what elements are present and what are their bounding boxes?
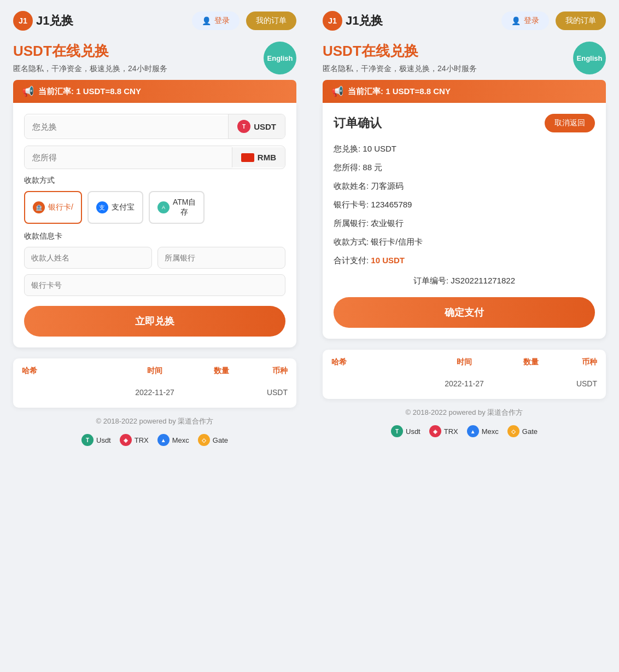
rmb-tag: RMB xyxy=(232,147,285,167)
right-footer-copy: © 2018-2022 powered by 渠道合作方 xyxy=(323,408,606,418)
pm-atm-button[interactable]: A ATM自存 xyxy=(149,191,205,224)
cn-flag xyxy=(241,153,254,162)
right-logo-text: J1兑换 xyxy=(346,13,383,29)
receive-input[interactable] xyxy=(25,146,232,169)
left-tx-table: 哈希 时间 数量 币种 2022-11-27 USDT xyxy=(13,358,296,408)
login-icon: 👤 xyxy=(202,16,211,25)
atm-icon: A xyxy=(157,201,170,213)
left-hero: USDT在线兑换 匿名隐私，干净资金，极速兑换，24小时服务 English xyxy=(13,42,296,74)
logo-text: J1兑换 xyxy=(36,13,73,29)
left-english-button[interactable]: English xyxy=(264,42,296,74)
pm-alipay-button[interactable]: 支 支付宝 xyxy=(87,191,143,224)
right-rate-icon: 📢 xyxy=(331,85,343,97)
order-detail-cardno: 银行卡号: 123465789 xyxy=(334,198,595,211)
submit-button[interactable]: 立即兑换 xyxy=(24,306,285,337)
right-rate-text: 当前汇率: 1 USDT=8.8 CNY xyxy=(348,86,451,97)
right-coin-usdt: T Usdt xyxy=(391,425,421,437)
right-english-button[interactable]: English xyxy=(573,42,606,74)
col-currency-header: 币种 xyxy=(243,366,288,376)
left-header: J1 J1兑换 👤 登录 我的订单 xyxy=(13,11,296,31)
confirm-pay-button[interactable]: 确定支付 xyxy=(334,297,595,328)
col-hash-header: 哈希 xyxy=(22,366,110,376)
right-title: USDT在线兑换 xyxy=(323,42,568,61)
col-qty-header: 数量 xyxy=(199,366,243,376)
left-hero-text: USDT在线兑换 匿名隐私，干净资金，极速兑换，24小时服务 xyxy=(13,42,258,74)
left-login-button[interactable]: 👤 登录 xyxy=(192,11,240,30)
right-tx-row: 2022-11-27 USDT xyxy=(331,376,597,391)
trx-coin-icon: ◈ xyxy=(120,434,132,446)
order-number: 订单编号: JS202211271822 xyxy=(334,276,595,286)
order-title: 订单确认 xyxy=(334,115,382,131)
right-myorder-button[interactable]: 我的订单 xyxy=(556,11,606,30)
sub-label: 收款信息卡 xyxy=(24,231,285,241)
right-coin-trx: ◈ TRX xyxy=(429,425,458,437)
left-rate-bar: 📢 当前汇率: 1 USDT=8.8 CNY xyxy=(13,80,296,103)
name-input[interactable] xyxy=(24,247,152,269)
left-main-card: T USDT RMB 收款方式 🏦 银行卡/ xyxy=(13,103,296,347)
pm-bank-button[interactable]: 🏦 银行卡/ xyxy=(24,191,82,224)
order-header: 订单确认 取消返回 xyxy=(334,114,595,132)
right-tx-table: 哈希 时间 数量 币种 2022-11-27 USDT xyxy=(323,350,606,399)
payment-methods: 🏦 银行卡/ 支 支付宝 A ATM自存 xyxy=(24,191,285,224)
gate-coin-icon: ◇ xyxy=(198,434,210,446)
left-panel: J1 J1兑换 👤 登录 我的订单 USDT在线兑换 匿名隐私，干净资金，极速兑… xyxy=(0,0,310,462)
col-time-header: 时间 xyxy=(110,366,199,376)
right-subtitle: 匿名隐私，干净资金，极速兑换，24小时服务 xyxy=(323,64,568,74)
right-coin-mexc: ▲ Mexc xyxy=(467,425,499,437)
rate-icon: 📢 xyxy=(22,85,34,97)
coin-mexc: ▲ Mexc xyxy=(157,434,189,446)
left-logo: J1 J1兑换 xyxy=(13,11,73,31)
right-mexc-coin-icon: ▲ xyxy=(467,425,479,437)
order-detail-receive: 您所得: 88 元 xyxy=(334,161,595,174)
order-detail-bankname: 所属银行: 农业银行 xyxy=(334,217,595,230)
cardno-input[interactable] xyxy=(24,274,285,296)
right-logo: J1 J1兑换 xyxy=(323,11,383,31)
left-subtitle: 匿名隐私，干净资金，极速兑换，24小时服务 xyxy=(13,64,258,74)
right-rate-bar: 📢 当前汇率: 1 USDT=8.8 CNY xyxy=(323,80,606,103)
usdt-icon: T xyxy=(237,120,250,133)
right-tx-header: 哈希 时间 数量 币种 xyxy=(331,357,597,370)
tx-row: 2022-11-27 USDT xyxy=(22,385,288,400)
left-myorder-button[interactable]: 我的订单 xyxy=(246,11,296,30)
left-footer-coins: T Usdt ◈ TRX ▲ Mexc ◇ Gate xyxy=(13,434,296,446)
right-col-currency-header: 币种 xyxy=(553,357,597,367)
right-trx-coin-icon: ◈ xyxy=(429,425,441,437)
right-logo-icon: J1 xyxy=(323,11,342,31)
order-detail-name: 收款姓名: 刀客源码 xyxy=(334,179,595,193)
right-panel: J1 J1兑换 👤 登录 我的订单 USDT在线兑换 匿名隐私，干净资金，极速兑… xyxy=(310,0,619,462)
right-order-card: 订单确认 取消返回 您兑换: 10 USDT 您所得: 88 元 收款姓名: 刀… xyxy=(323,103,606,339)
usdt-coin-icon: T xyxy=(81,434,94,446)
right-header: J1 J1兑换 👤 登录 我的订单 xyxy=(323,11,606,31)
left-tx-header: 哈希 时间 数量 币种 xyxy=(22,366,288,379)
right-login-button[interactable]: 👤 登录 xyxy=(501,11,549,30)
bank-input[interactable] xyxy=(157,247,285,269)
bank-icon: 🏦 xyxy=(33,201,45,213)
order-detail-exchange: 您兑换: 10 USDT xyxy=(334,142,595,155)
right-hero-text: USDT在线兑换 匿名隐私，干净资金，极速兑换，24小时服务 xyxy=(323,42,568,74)
right-usdt-coin-icon: T xyxy=(391,425,403,437)
right-col-qty-header: 数量 xyxy=(509,357,553,367)
right-coin-gate: ◇ Gate xyxy=(507,425,538,437)
svg-text:J1: J1 xyxy=(19,16,27,25)
mexc-coin-icon: ▲ xyxy=(157,434,170,446)
coin-usdt: T Usdt xyxy=(81,434,111,446)
right-gate-coin-icon: ◇ xyxy=(507,425,519,437)
right-login-icon: 👤 xyxy=(511,16,521,25)
cancel-button[interactable]: 取消返回 xyxy=(545,114,595,132)
right-col-hash-header: 哈希 xyxy=(331,357,420,367)
coin-gate: ◇ Gate xyxy=(198,434,228,446)
right-hero: USDT在线兑换 匿名隐私，干净资金，极速兑换，24小时服务 English xyxy=(323,42,606,74)
exchange-field-row: T USDT xyxy=(24,114,285,139)
receive-field-row: RMB xyxy=(24,146,285,169)
payment-label: 收款方式 xyxy=(24,176,285,186)
order-detail-total: 合计支付: 10 USDT xyxy=(334,254,595,267)
coin-trx: ◈ TRX xyxy=(120,434,149,446)
right-col-time-header: 时间 xyxy=(420,357,509,367)
left-rate-text: 当前汇率: 1 USDT=8.8 CNY xyxy=(38,86,141,97)
left-footer-copy: © 2018-2022 powered by 渠道合作方 xyxy=(13,416,296,426)
logo-icon: J1 xyxy=(13,11,33,31)
exchange-input[interactable] xyxy=(25,115,228,138)
usdt-tag: T USDT xyxy=(228,114,285,138)
svg-text:J1: J1 xyxy=(328,16,337,25)
alipay-icon: 支 xyxy=(96,201,108,213)
